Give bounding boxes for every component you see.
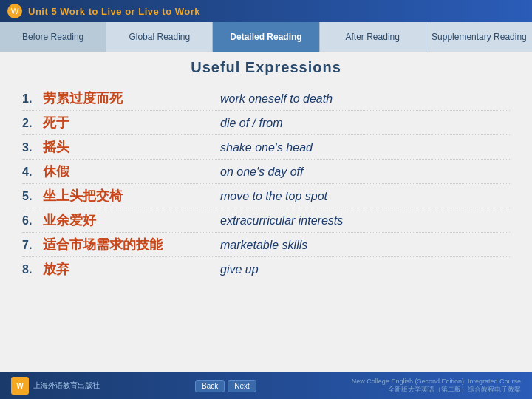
expr-num: 3. <box>22 141 43 154</box>
header-bar: W Unit 5 Work to Live or Live to Work <box>0 0 532 22</box>
expr-chinese: 死于 <box>43 114 220 132</box>
expr-num: 8. <box>22 263 43 276</box>
unit-label: Unit 5 <box>28 6 57 17</box>
expr-english: work oneself to death <box>220 92 332 106</box>
tab-after-reading[interactable]: After Reading <box>320 22 426 52</box>
expr-english: move to the top spot <box>220 190 327 203</box>
expr-chinese: 劳累过度而死 <box>43 89 220 107</box>
footer-info-line2: 全新版大学英语（第二版）综合教程电子教案 <box>352 385 521 395</box>
expr-chinese: 休假 <box>43 163 220 180</box>
expr-chinese: 摇头 <box>43 138 220 156</box>
list-item: 1. 劳累过度而死 work oneself to death <box>22 86 510 111</box>
tab-before-reading[interactable]: Before Reading <box>0 22 106 52</box>
expr-num: 6. <box>22 214 43 228</box>
expr-english: die of / from <box>220 117 282 130</box>
footer-logo: W 上海外语教育出版社 <box>11 377 100 395</box>
list-item: 4. 休假 on one's day off <box>22 160 510 184</box>
footer-info-line1: New College English (Second Edition): In… <box>352 378 521 385</box>
section-title: Useful Expressions <box>22 59 510 76</box>
main-content: Useful Expressions 1. 劳累过度而死 work onesel… <box>0 52 532 372</box>
footer-logo-text: 上海外语教育出版社 <box>33 381 100 391</box>
list-item: 3. 摇头 shake one's head <box>22 135 510 160</box>
header-title: Unit 5 Work to Live or Live to Work <box>28 6 200 17</box>
footer-info: New College English (Second Edition): In… <box>352 378 521 395</box>
nav-tabs: Before Reading Global Reading Detailed R… <box>0 22 532 52</box>
header-icon: W <box>7 4 22 18</box>
expr-english: on one's day off <box>220 166 303 179</box>
list-item: 7. 适合市场需求的技能 marketable skills <box>22 233 510 257</box>
expr-num: 1. <box>22 92 43 106</box>
next-button[interactable]: Next <box>228 380 256 392</box>
expr-english: extracurricular interests <box>220 214 343 228</box>
expr-chinese: 坐上头把交椅 <box>43 187 220 205</box>
expr-english: shake one's head <box>220 141 313 154</box>
unit-title: Work to Live or Live to Work <box>60 6 200 17</box>
footer-logo-icon: W <box>11 377 29 395</box>
list-item: 5. 坐上头把交椅 move to the top spot <box>22 184 510 208</box>
expr-english: give up <box>220 263 259 276</box>
back-button[interactable]: Back <box>195 380 225 392</box>
expr-num: 2. <box>22 117 43 130</box>
expr-chinese: 业余爱好 <box>43 211 220 229</box>
expr-num: 4. <box>22 166 43 179</box>
list-item: 6. 业余爱好 extracurricular interests <box>22 208 510 233</box>
expr-num: 5. <box>22 190 43 203</box>
list-item: 8. 放弃 give up <box>22 257 510 281</box>
expr-num: 7. <box>22 239 43 252</box>
tab-supplementary-reading[interactable]: Supplementary Reading <box>426 22 532 52</box>
footer-bar: W 上海外语教育出版社 Back Next New College Englis… <box>0 372 532 399</box>
expr-chinese: 适合市场需求的技能 <box>43 236 220 253</box>
tab-global-reading[interactable]: Global Reading <box>106 22 213 52</box>
tab-detailed-reading[interactable]: Detailed Reading <box>213 22 319 52</box>
list-item: 2. 死于 die of / from <box>22 111 510 135</box>
footer-nav-buttons: Back Next <box>195 380 256 392</box>
expr-chinese: 放弃 <box>43 260 220 278</box>
expr-english: marketable skills <box>220 239 307 252</box>
